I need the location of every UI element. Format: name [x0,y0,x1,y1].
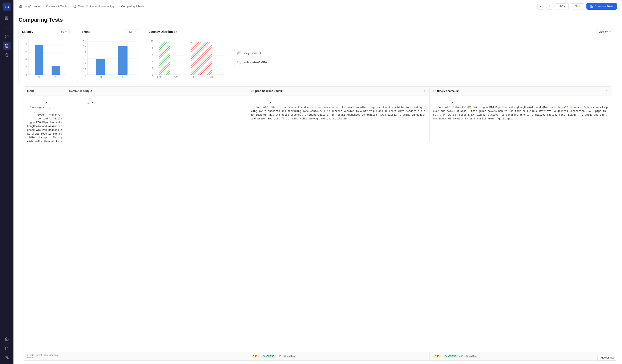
svg-text:#1: #1 [38,76,40,78]
sidebar-item-users[interactable] [3,354,11,362]
sidebar-item-globe[interactable] [3,51,11,59]
svg-text:4.44: 4.44 [174,76,178,78]
page-header: Comparing Tests [14,13,622,26]
latency-chart-header: Latency P50 [22,29,70,34]
svg-text:4: 4 [25,58,27,61]
run1-status-badge: SUCCESS [262,355,276,358]
cell-output2: { "output": "<tweet>\n🌿 Building a RAG P… [430,95,612,142]
sidebar-item-file[interactable] [3,345,11,352]
svg-text:6.09: 6.09 [191,76,195,78]
run1-name[interactable]: prod-baseline-7a3f20 [255,89,283,92]
svg-rect-14 [20,6,21,8]
svg-text:8: 8 [25,42,27,45]
run2-num: #2 [433,90,436,92]
svg-text:#2: #2 [122,76,124,78]
sidebar-item-settings[interactable] [3,335,11,343]
col-run1: #1 prod-baseline-7a3f20 → [248,87,430,95]
svg-rect-16 [592,5,593,6]
sidebar-item-edit[interactable] [3,24,11,31]
svg-rect-11 [19,5,20,6]
legend-prod-icon [237,61,241,64]
compare-tests-label: Compare Tests [595,5,613,8]
svg-text:10: 10 [151,40,153,42]
svg-rect-15 [591,5,592,6]
run1-filter-icon[interactable] [423,89,426,93]
sidebar-item-rocket[interactable] [3,33,11,40]
tokens-dropdown[interactable]: Total [125,29,138,34]
run2-filter-icon[interactable] [605,89,608,93]
latency-dropdown[interactable]: P50 [57,29,70,34]
compare-tests-button[interactable]: Compare Tests [586,3,617,10]
table-footer: #19b3 • Tweet Critic-candidate-testin...… [24,352,612,361]
nav-prev-button[interactable] [537,3,544,10]
breadcrumb-org[interactable]: LangChain Inc. [23,5,42,8]
distribution-legend: timely-shame-82 prod [232,37,272,79]
legend-prod-label: prod-baseline-7a3f20 [243,61,267,64]
main-content: LangChain Inc. › Datasets & Testing › Tw… [14,0,622,364]
svg-text:1K: 1K [83,68,86,70]
charts-row: Latency P50 0 2 4 6 8 [14,26,622,86]
table-header: Input Reference Output #1 prod-baseline-… [24,87,612,95]
distribution-chart-title: Latency Distribution [149,30,177,34]
svg-text:#1: #1 [99,76,102,78]
legend-timely-icon [237,52,241,55]
col-run2: #2 timely-shame-82 → [430,87,612,95]
col-input: Input [24,87,66,95]
latency-chart-title: Latency [22,30,33,34]
svg-rect-18 [592,6,593,8]
footer-cell-run1: 0.49s SUCCESS 196 Open Run [248,352,430,361]
sidebar-item-database[interactable] [3,42,11,50]
legend-item-prod: prod-baseline-7a3f20 [234,59,269,66]
svg-rect-2 [5,17,6,18]
col-reference: Reference Output [66,87,248,95]
footer-cell1: #19b3 • Tweet Critic-candidate-testin... [24,352,66,361]
svg-rect-30 [35,45,43,75]
run2-name[interactable]: timely-shame-82 [437,89,459,92]
json-button[interactable]: JSON [555,3,569,9]
footer-cell-run2: 0.49s SUCCESS 400 Open Run [430,352,612,361]
svg-text:0: 0 [152,73,153,76]
svg-rect-5 [7,18,8,19]
distribution-dropdown[interactable]: Latency [597,29,613,34]
yaml-button[interactable]: YAML [571,3,584,9]
output1-value: { "output": "Here's my feedback and a re… [251,102,427,120]
run1-open-badge[interactable]: Open Run [282,355,296,358]
app-logo[interactable]: LC [2,2,11,11]
svg-text:6: 6 [152,54,153,56]
tokens-chart-card: Tokens Total 0 1K 2K 3K 4K 5K 6K [77,26,142,83]
svg-rect-51 [96,59,105,75]
svg-point-9 [6,339,7,340]
svg-text:2: 2 [25,66,27,68]
table-body: { "messages": [ { "type": "human", "cont… [24,95,612,352]
output2-value: { "output": "<tweet>\n🌿 Building a RAG P… [433,102,608,120]
svg-rect-72 [191,42,212,75]
nav-next-button[interactable] [546,3,553,10]
topbar: LangChain Inc. › Datasets & Testing › Tw… [14,0,622,13]
breadcrumb-section[interactable]: Datasets & Testing [46,5,69,8]
svg-point-10 [6,356,7,358]
svg-text:0: 0 [85,73,86,76]
run2-open-badge[interactable]: Open Run [464,355,478,358]
tokens-dropdown-label: Total [127,30,133,33]
tokens-chart-svg: 0 1K 2K 3K 4K 5K 6K [80,37,137,79]
latency-chart-svg: 0 2 4 6 8 [22,37,68,79]
svg-text:2: 2 [152,67,153,69]
sidebar-item-grid[interactable] [3,14,11,22]
legend-timely-label: timely-shame-82 [243,52,262,55]
breadcrumb: LangChain Inc. › Datasets & Testing › Tw… [19,5,144,8]
run2-arrow-icon: → [460,89,463,92]
svg-text:6K: 6K [83,39,86,42]
svg-rect-13 [19,6,20,8]
breadcrumb-project[interactable]: Tweet Critic-candidate-testing ... [78,5,117,8]
latency-chart-card: Latency P50 0 2 4 6 8 [19,26,73,83]
hide-charts-button[interactable]: Hide Charts [597,355,617,361]
svg-rect-12 [20,5,21,6]
footer-cell2 [66,352,248,361]
run2-tokens-badge: 400 [459,355,463,358]
distribution-chart-card: Latency Distribution Latency 0 2 4 6 8 [145,26,617,83]
distribution-chart-header: Latency Distribution Latency [149,29,613,34]
legend-item-timely: timely-shame-82 [234,50,269,57]
svg-rect-3 [7,17,8,18]
svg-text:2K: 2K [83,62,86,65]
svg-text:4: 4 [152,60,153,63]
